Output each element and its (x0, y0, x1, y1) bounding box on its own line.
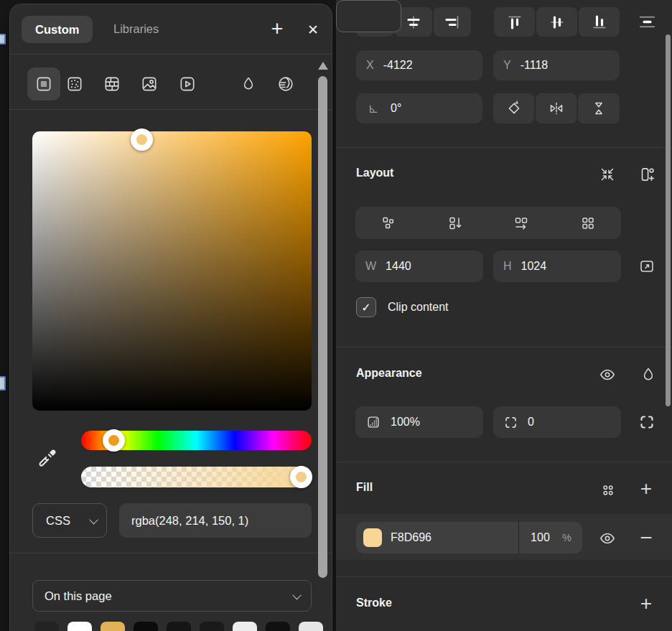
divider (10, 54, 332, 55)
color-swatch[interactable] (101, 622, 125, 631)
width-value: 1440 (386, 260, 411, 273)
layout-mode-segmented-control (355, 207, 621, 239)
corner-radius-field[interactable]: 0 (493, 406, 621, 438)
color-value-text: rgba(248, 214, 150, 1) (131, 514, 248, 528)
width-field[interactable]: W 1440 (355, 251, 483, 282)
rotate-90-button[interactable] (493, 93, 534, 123)
x-position-field[interactable]: X -4122 (356, 50, 482, 80)
layout-vertical-segment[interactable] (422, 207, 489, 239)
opacity-icon (365, 414, 381, 430)
chevron-down-icon (89, 515, 98, 524)
pattern-fill-icon[interactable] (65, 75, 84, 93)
add-color-button[interactable]: + (263, 14, 291, 43)
tab-custom[interactable]: Custom (22, 16, 93, 43)
color-swatch[interactable] (299, 622, 323, 631)
plus-icon: + (640, 592, 652, 615)
rotation-field[interactable]: 0° (356, 93, 482, 123)
independent-corners-icon[interactable] (638, 413, 655, 431)
collapse-icon[interactable] (599, 166, 616, 183)
design-inspector-panel: X -4122 Y -1118 0° Layout (336, 0, 672, 631)
color-swatch[interactable] (266, 622, 290, 631)
flip-vertical-button[interactable] (578, 93, 620, 123)
fill-color-input[interactable]: F8D696 100 % (356, 522, 582, 553)
color-saturation-area[interactable] (32, 131, 312, 411)
layout-section-title: Layout (356, 167, 393, 179)
page-filter-value: On this page (45, 589, 112, 603)
appearance-section-title: Appearance (356, 367, 422, 380)
clip-content-checkbox[interactable]: ✓ (356, 297, 376, 317)
check-icon: ✓ (361, 301, 370, 314)
tidy-more-options-icon[interactable] (637, 13, 657, 30)
height-field[interactable]: H 1024 (493, 251, 621, 282)
align-right-button[interactable] (434, 7, 471, 37)
color-swatch[interactable] (167, 622, 191, 631)
divider (10, 553, 332, 553)
layout-freeform-segment[interactable] (355, 207, 422, 239)
eyedropper-icon[interactable] (36, 447, 59, 469)
solid-fill-icon[interactable] (34, 75, 53, 93)
angle-icon (366, 101, 381, 116)
x-label: X (366, 59, 374, 72)
y-label: Y (503, 59, 511, 72)
align-bottom-button[interactable] (579, 7, 620, 37)
video-fill-icon[interactable] (178, 75, 197, 93)
constrain-proportions-icon[interactable] (638, 258, 655, 275)
styles-icon[interactable] (599, 482, 617, 499)
scrollbar-up-arrow[interactable] (318, 62, 328, 70)
y-position-field[interactable]: Y -1118 (493, 50, 620, 80)
fill-color-swatch[interactable] (363, 528, 382, 547)
layout-horizontal-segment[interactable] (488, 207, 555, 239)
image-fill-icon[interactable] (140, 75, 159, 93)
add-stroke-button[interactable]: + (636, 593, 656, 614)
fill-visibility-eye-icon[interactable] (597, 530, 618, 547)
color-value-input[interactable]: rgba(248, 214, 150, 1) (119, 503, 312, 538)
color-swatch[interactable] (67, 622, 92, 631)
align-top-button[interactable] (494, 7, 535, 37)
rotation-value: 0° (391, 102, 401, 115)
color-swatch[interactable] (200, 622, 224, 631)
canvas-object-chip[interactable] (0, 376, 6, 391)
color-swatch[interactable] (233, 622, 257, 631)
flip-horizontal-button[interactable] (536, 93, 577, 123)
inspector-scrollbar[interactable] (666, 34, 671, 406)
corner-radius-value: 0 (528, 416, 534, 429)
alpha-slider-handle[interactable] (290, 466, 312, 488)
tab-libraries[interactable]: Libraries (113, 22, 159, 36)
add-auto-layout-icon[interactable] (638, 165, 656, 184)
layout-grid-segment[interactable] (555, 207, 622, 239)
page-filter-dropdown[interactable]: On this page (32, 580, 312, 612)
blend-mode-droplet-icon[interactable] (640, 364, 657, 385)
blend-droplet-icon[interactable] (240, 75, 258, 94)
color-area-handle[interactable] (131, 128, 153, 151)
width-label: W (365, 260, 376, 273)
mosaic-fill-icon[interactable] (103, 75, 121, 93)
close-button[interactable]: ✕ (300, 17, 326, 42)
x-value: -4122 (383, 59, 413, 72)
color-swatch[interactable] (34, 622, 59, 631)
layout-mode-selected-outline (336, 0, 401, 32)
plus-icon: + (640, 477, 652, 500)
stroke-section-title: Stroke (356, 597, 392, 609)
hue-slider-handle[interactable] (103, 429, 125, 452)
color-swatch[interactable] (134, 622, 158, 631)
alpha-slider[interactable] (81, 467, 312, 487)
canvas-object-chip[interactable] (0, 34, 6, 45)
opacity-field[interactable]: 100% (355, 406, 483, 438)
dialog-scrollbar[interactable] (318, 76, 327, 578)
remove-fill-button[interactable]: − (636, 527, 656, 548)
divider (336, 462, 672, 462)
add-fill-button[interactable]: + (636, 478, 656, 500)
fill-hex-value: F8D696 (391, 531, 518, 544)
height-label: H (503, 260, 512, 273)
figma-dark-workspace: { "colors": { "accent_blue": "#4F9CF7", … (0, 0, 672, 631)
y-value: -1118 (521, 59, 549, 72)
clip-content-label: Clip content (388, 301, 449, 314)
visibility-eye-icon[interactable] (597, 366, 618, 383)
opacity-value: 100% (391, 416, 420, 429)
align-vertical-center-button[interactable] (536, 7, 577, 37)
divider (336, 576, 672, 577)
color-format-dropdown[interactable]: CSS (32, 503, 107, 538)
plus-icon: + (271, 19, 284, 39)
tab-custom-label: Custom (35, 23, 79, 37)
styles-swirl-icon[interactable] (276, 75, 295, 93)
